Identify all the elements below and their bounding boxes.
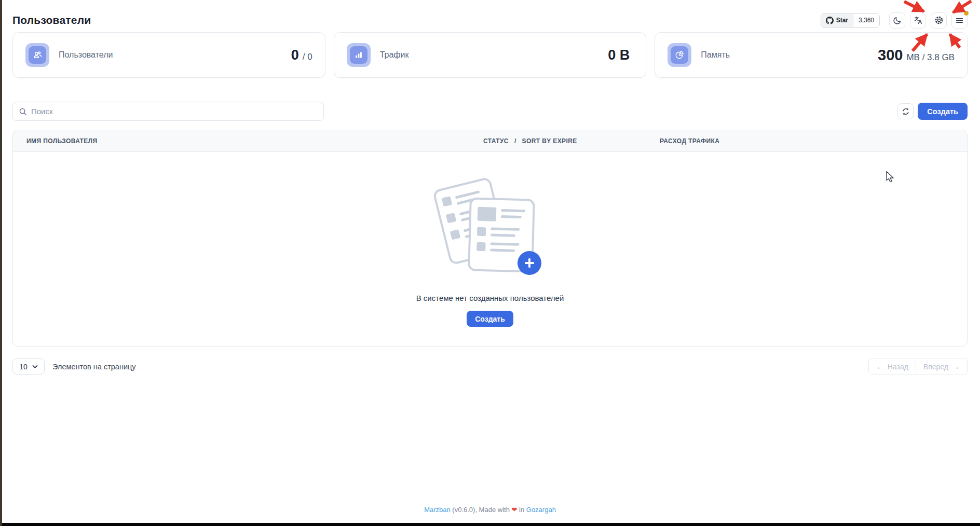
stat-card-label: Память	[701, 50, 730, 60]
search-box	[12, 102, 324, 121]
menu-button[interactable]	[951, 12, 968, 29]
page-title: Пользователи	[12, 14, 91, 26]
github-logo-icon	[826, 17, 834, 24]
toolbar: Создать	[12, 102, 968, 121]
chevron-down-icon	[32, 365, 38, 369]
empty-state-message: В системе нет созданных пользователей	[416, 294, 564, 302]
expire-sort-label[interactable]: SORT BY EXPIRE	[522, 137, 577, 145]
window-bottom-edge	[2, 523, 980, 526]
stat-card-label: Трафик	[380, 50, 409, 60]
toolbar-actions: Создать	[897, 103, 968, 120]
column-header-status: СТАТУС / SORT BY EXPIRE	[483, 137, 660, 145]
translate-icon	[914, 16, 923, 25]
empty-state-illustration	[434, 181, 546, 278]
stat-card-users: Пользователи 0 / 0	[12, 32, 325, 78]
stat-card-traffic: Трафик 0 B	[334, 32, 647, 78]
table-header-row: ИМЯ ПОЛЬЗОВАТЕЛЯ СТАТУС / SORT BY EXPIRE…	[13, 130, 967, 152]
language-button[interactable]	[910, 12, 926, 29]
moon-icon	[893, 16, 902, 25]
heart-icon: ❤	[512, 506, 518, 514]
arrow-left-icon: ←	[876, 363, 883, 371]
search-input[interactable]	[31, 107, 318, 116]
window-left-edge	[0, 0, 2, 526]
stat-card-value: 0 B	[608, 47, 633, 63]
search-icon	[19, 107, 27, 116]
hamburger-icon	[955, 16, 964, 25]
page-size-select[interactable]: 10	[12, 358, 45, 375]
settings-button[interactable]	[931, 12, 947, 29]
stat-card-label: Пользователи	[59, 50, 113, 60]
per-page-label: Элементов на страницу	[52, 363, 136, 371]
topbar: Пользователи Star 3,360	[12, 8, 968, 32]
column-header-username[interactable]: ИМЯ ПОЛЬЗОВАТЕЛЯ	[26, 137, 483, 145]
column-divider: /	[514, 137, 516, 145]
memory-pie-icon	[668, 43, 691, 67]
next-page-button[interactable]: Вперед →	[916, 358, 967, 375]
notification-dot	[964, 11, 969, 16]
stat-cards: Пользователи 0 / 0 Трафик 0 B	[12, 32, 968, 78]
gozargah-link[interactable]: Gozargah	[526, 506, 556, 514]
arrow-right-icon: →	[952, 363, 960, 371]
column-header-traffic[interactable]: РАСХОД ТРАФИКА	[660, 137, 954, 145]
users-table: ИМЯ ПОЛЬЗОВАТЕЛЯ СТАТУС / SORT BY EXPIRE…	[12, 130, 968, 347]
github-star-widget[interactable]: Star 3,360	[821, 13, 880, 27]
app-window: Пользователи Star 3,360	[0, 0, 980, 526]
prev-page-button[interactable]: ← Назад	[869, 358, 916, 375]
pagination-nav: ← Назад Вперед →	[868, 358, 968, 375]
users-icon	[25, 43, 49, 67]
users-page: Пользователи Star 3,360	[0, 0, 980, 526]
footer-version-text: (v0.6.0), Made with	[452, 506, 510, 514]
refresh-icon	[902, 107, 910, 116]
marzban-link[interactable]: Marzban	[424, 506, 451, 514]
stat-card-value: 0 / 0	[291, 47, 312, 63]
status-sort-label[interactable]: СТАТУС	[483, 137, 509, 145]
github-star-label: Star	[836, 17, 848, 24]
stat-card-memory: Память 300 MB / 3.8 GB	[655, 32, 968, 78]
create-button[interactable]: Создать	[918, 103, 968, 120]
add-plus-icon	[518, 251, 541, 275]
refresh-button[interactable]	[897, 103, 914, 119]
gear-icon	[934, 16, 944, 25]
empty-create-button[interactable]: Создать	[467, 311, 513, 327]
traffic-bars-icon	[347, 43, 371, 67]
stat-card-value: 300 MB / 3.8 GB	[878, 47, 955, 64]
github-star-button[interactable]: Star	[821, 14, 853, 27]
footer-in-text: in	[519, 506, 524, 514]
topbar-actions: Star 3,360	[821, 12, 968, 29]
pagination: 10 Элементов на страницу ← Назад Вперед …	[12, 358, 968, 375]
table-empty-body: В системе нет созданных пользователей Со…	[13, 152, 967, 346]
github-star-count[interactable]: 3,360	[853, 14, 879, 27]
theme-toggle-button[interactable]	[889, 12, 905, 29]
header-icon-buttons	[889, 12, 968, 29]
footer: Marzban (v0.6.0), Made with ❤ in Gozarga…	[424, 506, 556, 514]
page-size-value: 10	[19, 363, 28, 371]
